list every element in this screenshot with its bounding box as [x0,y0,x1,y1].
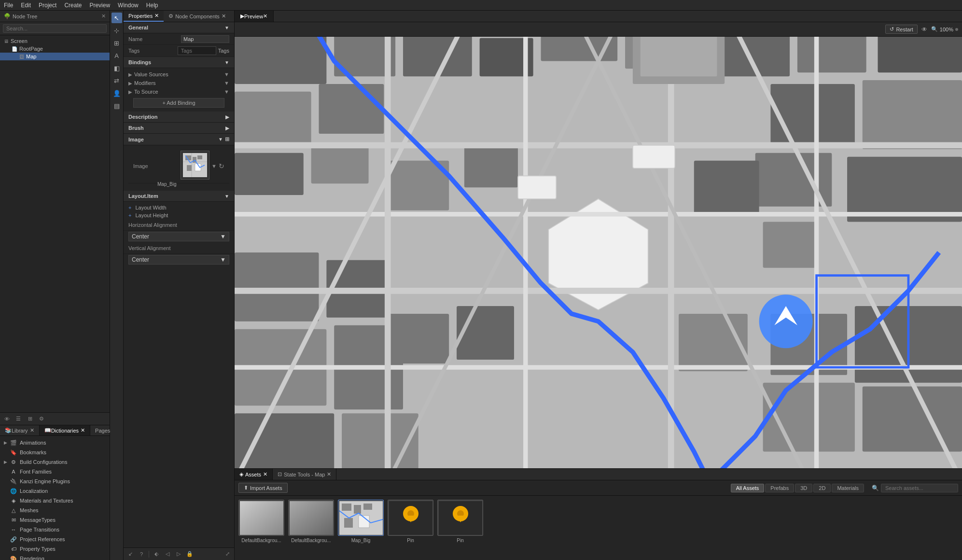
asset-map-big[interactable]: Map_Big [338,500,384,543]
menu-preview[interactable]: Preview [89,2,110,9]
filter-2d[interactable]: 2D [813,484,831,492]
lib-rendering[interactable]: ▶ 🎨 Rendering [0,554,110,560]
lib-message-types[interactable]: ▶ ✉ MessageTypes [0,515,110,525]
props-help-icon[interactable]: ? [137,549,146,559]
image-grid-icon[interactable]: ⊞ [225,136,229,142]
import-assets-button[interactable]: ⬆ Import Assets [238,483,288,493]
layout-item-header[interactable]: Layout.Item ▼ [124,191,234,202]
props-add-icon[interactable]: ↙ [125,549,135,559]
props-arrow-right[interactable]: ▷ [174,549,183,559]
library-close[interactable]: ✕ [30,427,34,434]
general-section-header[interactable]: General ▼ [124,22,234,33]
preview-canvas[interactable] [235,37,962,468]
value-sources-row[interactable]: ▶ Value Sources ▼ [128,70,229,79]
asset-pin2[interactable]: Pin [437,500,483,543]
share-tool[interactable]: ⇄ [112,75,122,86]
menu-edit[interactable]: Edit [21,2,31,9]
bindings-content: ▶ Value Sources ▼ ▶ Modifiers ▼ ▶ To Sou… [124,68,234,112]
eye-preview-icon[interactable]: 👁 [921,26,927,33]
users-tool[interactable]: 👤 [112,88,122,98]
tree-item-rootpage[interactable]: 📄 RootPage [0,45,110,53]
menu-create[interactable]: Create [64,2,82,9]
filter-prefabs[interactable]: Prefabs [765,484,794,492]
filter-materials[interactable]: Materials [832,484,864,492]
lib-project-refs[interactable]: ▶ 🔗 Project References [0,534,110,544]
tags-input[interactable] [178,46,216,55]
brush-section-header[interactable]: Brush ▶ [124,123,234,134]
node-comp-close[interactable]: ✕ [222,13,226,19]
lib-localization[interactable]: ▶ 🌐 Localization [0,486,110,496]
search-input[interactable] [3,24,107,33]
tags-btn[interactable]: Tags [218,48,229,54]
cursor-tool[interactable]: ↖ [112,13,122,23]
filter-all[interactable]: All Assets [731,484,765,492]
lib-animations[interactable]: ▶ 🎬 Animations [0,438,110,448]
lib-page-transitions[interactable]: ▶ ↔ Page Transitions [0,525,110,534]
tree-item-screen[interactable]: 🖥 Screen [0,37,110,45]
image-dropdown-arrow[interactable]: ▼ [211,163,217,169]
text-tool[interactable]: A [112,50,122,61]
mod-collapse[interactable]: ▶ [128,81,132,86]
lib-bookmarks[interactable]: ▶ 🔖 Bookmarks [0,448,110,457]
asset-default-bg2[interactable]: DefaultBackgrou... [288,500,334,543]
name-input[interactable] [181,35,229,43]
layers-tool[interactable]: ◧ [112,63,122,73]
props-lock-icon[interactable]: 🔒 [185,549,195,559]
assets-close[interactable]: ✕ [263,471,267,477]
filter-buttons: All Assets Prefabs 3D 2D Materials [731,484,864,492]
search-assets-input[interactable] [881,484,958,492]
dict-close[interactable]: ✕ [81,427,85,434]
tree-item-map[interactable]: 🖼 Map [0,53,110,60]
vs-collapse[interactable]: ▶ [128,72,132,77]
dictionaries-tab[interactable]: 📖 Dictionaries ✕ [40,425,90,435]
render-icon: 🎨 [10,555,17,560]
settings-icon[interactable]: ⚙ [37,414,46,424]
properties-tab-close[interactable]: ✕ [154,13,159,19]
select-tool[interactable]: ⊹ [112,25,122,36]
lib-property-types[interactable]: ▶ 🏷 Property Types [0,544,110,554]
state-close[interactable]: ✕ [327,471,331,477]
ts-collapse[interactable]: ▶ [128,89,132,95]
preview-close[interactable]: ✕ [263,13,267,19]
h-align-dropdown[interactable]: Center ▼ [128,232,229,241]
to-source-row[interactable]: ▶ To Source ▼ [128,87,229,96]
properties-tab[interactable]: Properties ✕ [124,11,164,22]
lib-build-configs[interactable]: ▶ ⚙ Build Configurations [0,457,110,467]
menu-project[interactable]: Project [39,2,56,9]
modifiers-row[interactable]: ▶ Modifiers ▼ [128,79,229,87]
eye-icon[interactable]: 👁 [2,414,12,424]
node-components-tab[interactable]: ⚙ Node Components ✕ [164,11,231,22]
description-section-header[interactable]: Description ▶ [124,112,234,123]
bindings-section-header[interactable]: Bindings ▼ [124,57,234,68]
props-prev-icon[interactable]: ⬖ [152,549,161,559]
layout-tool[interactable]: ▤ [112,100,122,111]
menu-help[interactable]: Help [146,2,158,9]
assets-tab[interactable]: ◈ Assets ✕ [235,469,273,480]
image-thumbnail[interactable] [181,151,209,180]
library-tab[interactable]: 📚 Library ✕ [0,425,40,435]
filter-3d[interactable]: 3D [795,484,812,492]
asset-pin1[interactable]: Pin [388,500,433,543]
filter-icon[interactable]: ☰ [14,414,23,424]
v-align-dropdown[interactable]: Center ▼ [128,255,229,265]
props-arrow-left[interactable]: ◁ [163,549,172,559]
state-tools-tab[interactable]: ⊡ State Tools - Map ✕ [273,469,336,480]
image-refresh-icon[interactable]: ↻ [219,162,224,170]
assets-grid: DefaultBackgrou... [235,496,962,560]
transform-tool[interactable]: ⊞ [112,38,122,48]
asset-default-bg1[interactable]: DefaultBackgrou... [238,500,284,543]
restart-button[interactable]: ↺ Restart [885,25,917,34]
menu-file[interactable]: File [4,2,13,9]
node-tree-close[interactable]: ✕ [101,13,106,19]
menu-window[interactable]: Window [118,2,139,9]
svg-rect-63 [240,501,283,535]
lib-materials[interactable]: ▶ ◈ Materials and Textures [0,496,110,505]
grid-icon[interactable]: ⊞ [25,414,35,424]
lib-font-families[interactable]: ▶ A Font Families [0,467,110,476]
props-expand-icon[interactable]: ⤢ [223,549,232,559]
preview-tab[interactable]: ▶ Preview ✕ [235,11,274,22]
add-binding-button[interactable]: + Add Binding [133,98,224,108]
lib-meshes[interactable]: ▶ △ Meshes [0,505,110,515]
lib-kanzi[interactable]: ▶ 🔌 Kanzi Engine Plugins [0,476,110,486]
image-section-header[interactable]: Image ▼ ⊞ [124,134,234,145]
